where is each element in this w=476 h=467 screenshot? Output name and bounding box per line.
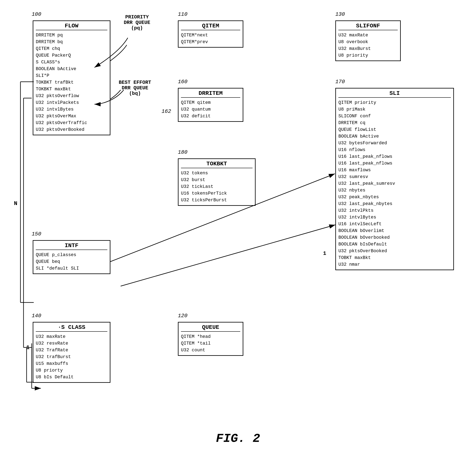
sli-field-17: U32 intvlPkts	[338, 207, 451, 214]
flow-field-11: U32 intvlPackets	[36, 99, 107, 106]
sli-field-21: BOOLEAN bOverbooked	[338, 234, 451, 241]
sli-field-11: U16 maxflows	[338, 167, 451, 173]
sli-field-2: U8 priMask	[338, 106, 451, 113]
sli-field-24: TOBKT maxBkt	[338, 254, 451, 261]
sli-field-1: QITEM priority	[338, 99, 451, 106]
sli-content: QITEM priority U8 priMask SLICONF conf D…	[338, 99, 451, 268]
drritem-title: DRRITEM	[181, 90, 240, 98]
slifonf-title: SLIFONF	[338, 23, 398, 30]
flow-field-1: DRRITEM pq	[36, 32, 107, 39]
tokbkt-content: U32 tokens U32 burst U32 tickLast U16 to…	[181, 170, 252, 204]
sli-field-3: SLICONF conf	[338, 113, 451, 119]
one-label-left: 1	[26, 344, 30, 351]
flow-field-13: U32 pktsOverMax	[36, 113, 107, 119]
queue-field-3: U32 count	[181, 347, 240, 354]
sli-box: SLI QITEM priority U8 priMask SLICONF co…	[335, 88, 454, 270]
sli-field-22: BOOLEAN bIsDefault	[338, 241, 451, 248]
intf-num-label: 150	[32, 231, 41, 237]
sli-num-label: 170	[335, 79, 345, 85]
slifonf-box: SLIFONF U32 maxRate U8 overbook U32 maxB…	[335, 20, 401, 61]
flow-num-label: 100	[32, 11, 41, 17]
sli-field-4: DRRITEM cq	[338, 119, 451, 126]
slifonf-num-label: 130	[335, 11, 345, 17]
intf-field-1: QUEUE p_classes	[36, 252, 107, 258]
qitem-field-2: QITEM*prev	[181, 39, 240, 45]
qitem-content: QITEM*next QITEM*prev	[181, 32, 240, 45]
sclass-num-label: 140	[32, 313, 41, 319]
sclass-field-6: U8 priorty	[36, 367, 107, 374]
sclass-box: ·S CLASS U32 maxRate U32 resvRate U32 Tr…	[33, 322, 110, 383]
sclass-content: U32 maxRate U32 resvRate U32 TrafRate U3…	[36, 333, 107, 381]
figure-label: FIG. 2	[216, 432, 260, 446]
flow-field-4: QUEUE PackerQ	[36, 52, 107, 59]
queue-title: QUEUE	[181, 324, 240, 332]
slifonf-field-1: U32 maxRate	[338, 32, 398, 39]
sclass-field-5: U15 maxbuffs	[36, 360, 107, 367]
drritem-field-2: U32 quantum	[181, 106, 240, 113]
flow-title: FLOW	[36, 23, 107, 30]
intf-field-3: SLI *default SLI	[36, 265, 107, 272]
drritem-box: DRRITEM QITEM qitem U32 quantum U32 defi…	[178, 88, 243, 122]
sli-field-5: QUEUE flowList	[338, 126, 451, 133]
sli-field-15: U32 peak_nbytes	[338, 194, 451, 200]
drritem-field-1: QITEM qitem	[181, 99, 240, 106]
slifonf-field-2: U8 overbook	[338, 39, 398, 45]
sli-field-18: U32 intvlBytes	[338, 214, 451, 221]
svg-line-2	[121, 225, 335, 286]
tokbkt-num-label: 180	[178, 149, 187, 155]
flow-field-8: TOKBKT trafBkt	[36, 79, 107, 86]
sclass-title: ·S CLASS	[36, 324, 107, 332]
intf-title: INTF	[36, 242, 107, 250]
flow-box: FLOW DRRITEM pq DRRITEM bq QITEM chq QUE…	[33, 20, 110, 135]
sli-field-20: BOOLEAN bOverlimt	[338, 227, 451, 234]
qitem-title: QITEM	[181, 23, 240, 30]
drritem-num-label: 160	[178, 79, 187, 85]
sli-field-7: U32 bytesForwarded	[338, 140, 451, 146]
best-effort-label: BEST EFFORT DRR QUEUE (bq)	[112, 80, 158, 96]
flow-field-10: U32 pktsOverflow	[36, 92, 107, 99]
drritem-162-label: 162	[161, 108, 171, 115]
sclass-field-3: U32 TrafRate	[36, 347, 107, 354]
queue-num-label: 120	[178, 313, 187, 319]
sli-field-6: BOOLEAN bActive	[338, 133, 451, 140]
sli-field-12: U32 sumresv	[338, 173, 451, 180]
sli-field-9: U16 last_peak_nflows	[338, 153, 451, 160]
sli-field-8: U16 nflows	[338, 146, 451, 153]
sclass-field-4: U32 trafBurst	[36, 354, 107, 360]
flow-content: DRRITEM pq DRRITEM bq QITEM chq QUEUE Pa…	[36, 32, 107, 133]
slifonf-field-3: U32 maxBurst	[338, 45, 398, 52]
tokbkt-title: TOKBKT	[181, 161, 252, 168]
flow-field-7: SLI*P	[36, 72, 107, 79]
sli-field-10: U16 last_peak_nflows	[338, 160, 451, 167]
tokbkt-field-5: U32 ticksPerBurst	[181, 197, 252, 204]
queue-field-2: QITEM *tail	[181, 340, 240, 347]
flow-field-14: U32 pktsOverTraffic	[36, 119, 107, 126]
flow-field-12: U32 intvlBytes	[36, 106, 107, 113]
tokbkt-field-2: U32 burst	[181, 177, 252, 183]
flow-field-3: QITEM chq	[36, 45, 107, 52]
tokbkt-box: TOKBKT U32 tokens U32 burst U32 tickLast…	[178, 158, 256, 206]
priority-drr-label: PRIORITY DRR QUEUE (pq)	[117, 14, 158, 31]
qitem-field-1: QITEM*next	[181, 32, 240, 39]
sli-field-25: U32 nmar	[338, 261, 451, 268]
diagram-container: 100 FLOW DRRITEM pq DRRITEM bq QITEM chq…	[0, 0, 476, 450]
sli-field-23: U32 pktsOverBooked	[338, 248, 451, 254]
drritem-field-3: U32 deficit	[181, 113, 240, 119]
intf-box: INTF QUEUE p_classes QUEUE beq SLI *defa…	[33, 240, 110, 274]
queue-content: QITEM *head QITEM *tail U32 count	[181, 333, 240, 354]
sli-field-14: U32 nbytes	[338, 187, 451, 194]
tokbkt-field-3: U32 tickLast	[181, 183, 252, 190]
sli-field-19: U16 intvlSecLeft	[338, 221, 451, 227]
flow-field-6: BOOLEAN bActive	[36, 65, 107, 72]
sli-title: SLI	[338, 90, 451, 98]
queue-field-1: QITEM *head	[181, 333, 240, 340]
sclass-field-2: U32 resvRate	[36, 340, 107, 347]
queue-box: QUEUE QITEM *head QITEM *tail U32 count	[178, 322, 243, 356]
qitem-num-label: 110	[178, 11, 187, 17]
sli-field-13: U32 last_peak_sumresv	[338, 180, 451, 187]
tokbkt-field-1: U32 tokens	[181, 170, 252, 177]
drritem-content: QITEM qitem U32 quantum U32 deficit	[181, 99, 240, 119]
sclass-field-1: U32 maxRate	[36, 333, 107, 340]
n-label: N	[14, 200, 17, 207]
flow-field-15: U32 pktsOverBooked	[36, 126, 107, 133]
